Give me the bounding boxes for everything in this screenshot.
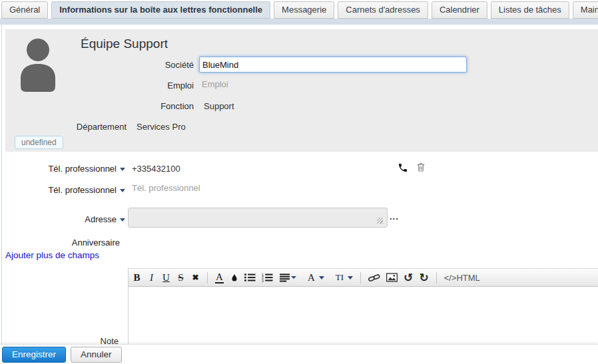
emploi-label: Emploi (0, 79, 194, 92)
strikethrough-button[interactable]: S (176, 271, 185, 284)
fonction-value: Support (204, 100, 234, 113)
insert-image-icon[interactable] (386, 271, 398, 284)
departement-label: Département (0, 120, 127, 134)
chevron-down-icon (120, 168, 125, 171)
tab-calendrier[interactable]: Calendrier (432, 1, 487, 19)
cancel-button[interactable]: Annuler (71, 347, 122, 363)
font-family-dropdown[interactable]: A (308, 271, 324, 284)
font-color-button[interactable]: A (215, 272, 224, 283)
chevron-down-icon (319, 276, 324, 279)
underline-button[interactable]: U (162, 271, 170, 284)
call-icon[interactable] (398, 162, 408, 175)
undo-icon[interactable]: ↺ (404, 271, 413, 284)
tab-bar: Général Informations sur la boîte aux le… (0, 0, 598, 19)
tab-mailbox-info[interactable]: Informations sur la boîte aux lettres fo… (51, 1, 270, 19)
font-size-dropdown[interactable]: TI (336, 271, 353, 284)
adresse-label: Adresse (85, 214, 117, 226)
chevron-down-icon (291, 276, 296, 279)
action-bar: Enregistrer Annuler (0, 344, 598, 364)
phone1-type-dropdown[interactable]: Tél. professionnel (0, 163, 125, 175)
toolbar-separator (360, 272, 361, 283)
chevron-down-icon (348, 276, 353, 279)
anniversaire-label-text: Anniversaire (72, 237, 120, 249)
toolbar-separator (207, 272, 208, 283)
tab-maintenance[interactable]: Maintenance (573, 1, 598, 19)
adresse-more-button[interactable]: ... (390, 212, 399, 222)
highlight-color-icon[interactable] (230, 271, 238, 284)
add-more-fields-link[interactable]: Ajouter plus de champs (5, 250, 99, 260)
resize-grip-icon[interactable] (377, 218, 383, 224)
redo-icon[interactable]: ↻ (419, 271, 428, 284)
adresse-type-dropdown[interactable]: Adresse (0, 214, 125, 226)
tab-messagerie[interactable]: Messagerie (274, 1, 334, 19)
toolbar-separator (436, 272, 437, 283)
html-source-button[interactable]: </>HTML (444, 271, 480, 284)
phone1-type-label: Tél. professionnel (48, 163, 117, 175)
editor-toolbar: B I U S ✖ A 1 2 3 (129, 269, 598, 287)
font-size-label: TI (336, 272, 344, 283)
bold-button[interactable]: B (133, 271, 141, 284)
save-button[interactable]: Enregistrer (2, 347, 66, 363)
societe-label: Société (0, 59, 194, 72)
status-badge: undefined (15, 136, 63, 149)
align-menu-icon[interactable] (279, 271, 296, 284)
phone2-type-dropdown[interactable]: Tél. professionnel (0, 184, 125, 196)
phone1-value: +335432100 (132, 162, 180, 176)
phone2-type-label: Tél. professionnel (48, 184, 117, 196)
departement-value: Services Pro (137, 120, 186, 134)
societe-input[interactable] (199, 57, 467, 73)
chevron-down-icon (120, 189, 125, 192)
chevron-down-icon (120, 218, 125, 222)
tab-general[interactable]: Général (1, 1, 48, 19)
bullet-list-icon[interactable] (244, 271, 256, 284)
anniversaire-label: Anniversaire (0, 237, 120, 249)
italic-button[interactable]: I (147, 271, 156, 284)
trash-icon[interactable] (416, 161, 426, 175)
clear-format-icon[interactable]: ✖ (191, 271, 200, 284)
tab-strip-divider (0, 19, 598, 25)
numbered-list-icon[interactable]: 1 2 3 (262, 271, 273, 284)
page-title: Équipe Support (81, 37, 168, 51)
tab-listes-taches[interactable]: Listes de tâches (491, 1, 569, 19)
note-edit-area[interactable] (129, 287, 598, 345)
fonction-label: Fonction (0, 100, 194, 113)
note-editor: B I U S ✖ A 1 2 3 (128, 268, 598, 344)
phone2-input[interactable] (131, 182, 306, 194)
font-family-label: A (308, 272, 315, 283)
tab-carnets-adresses[interactable]: Carnets d'adresses (338, 1, 428, 19)
mailbox-settings-page: Général Informations sur la boîte aux le… (0, 0, 598, 364)
emploi-input[interactable] (200, 79, 370, 90)
adresse-textarea[interactable] (128, 208, 388, 228)
insert-link-icon[interactable] (368, 271, 380, 284)
svg-text:3: 3 (262, 279, 264, 282)
